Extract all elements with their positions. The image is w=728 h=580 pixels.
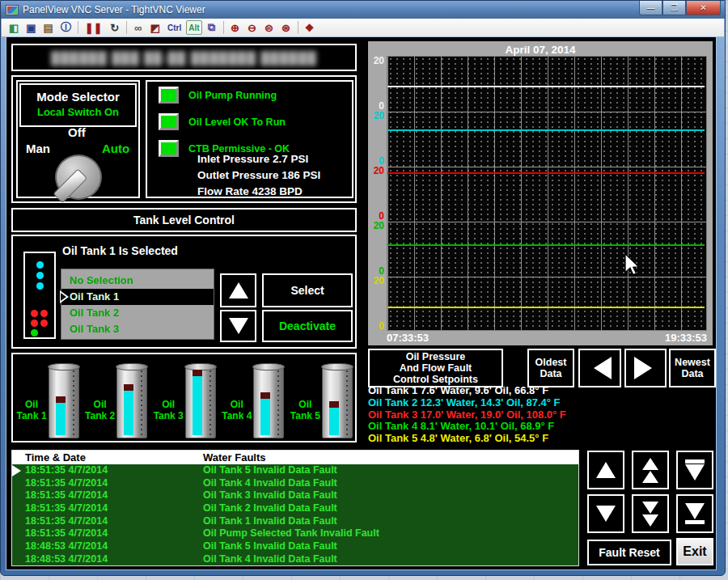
alarm-row[interactable]: 18:48:53 4/7/2014Oil Tank 5 Invalid Data…: [12, 540, 578, 553]
y-axis-max-label: 20: [367, 165, 384, 176]
setpoints-button[interactable]: Oil Pressure And Flow Fault Control Setp…: [368, 349, 503, 387]
alarm-row[interactable]: 18:51:35 4/7/2014Oil Tank 2 Invalid Data…: [12, 502, 578, 515]
tank-select-list[interactable]: No SelectionOil Tank 1Oil Tank 2Oil Tank…: [61, 269, 214, 340]
tank-unit: OilTank 4: [218, 354, 287, 441]
double-up-arrow-icon: [642, 458, 658, 483]
save-session-icon[interactable]: ▣: [23, 20, 38, 35]
list-up-button[interactable]: [220, 273, 256, 307]
tank-label: OilTank 3: [150, 399, 187, 421]
file-transfer-icon[interactable]: ⧉: [205, 20, 219, 35]
alarm-up-button[interactable]: [587, 451, 624, 489]
alarm-down-button[interactable]: [587, 494, 624, 533]
alarm-row[interactable]: 18:51:35 4/7/2014Oil Tank 5 Invalid Data…: [12, 464, 578, 477]
pause-icon[interactable]: ❚❚: [83, 20, 105, 35]
alarm-top-button[interactable]: [676, 451, 713, 489]
alarm-cursor-icon: [12, 465, 27, 476]
connection-info-icon[interactable]: Ⓘ: [58, 20, 74, 35]
fault-reset-button[interactable]: Fault Reset: [587, 540, 671, 565]
alarm-rows[interactable]: 18:51:35 4/7/2014Oil Tank 5 Invalid Data…: [12, 464, 578, 565]
zoom-100-icon[interactable]: ⊜: [262, 20, 277, 35]
tank-oil-cap: [193, 370, 202, 376]
alarm-fault: Oil Tank 5 Invalid Data Fault: [203, 540, 337, 553]
select-button[interactable]: Select: [262, 273, 353, 307]
list-cursor-icon: [60, 290, 75, 303]
mode-label-man: Man: [26, 142, 50, 155]
zoom-out-icon[interactable]: ⊖: [245, 20, 260, 35]
deactivate-button[interactable]: Deactivate: [262, 310, 353, 342]
tank-oil-cap: [56, 396, 66, 403]
oldest-line1: Oldest: [535, 357, 567, 368]
tank-reading-line: Oil Tank 2 12.3' Water, 14.3' Oil, 87.4°…: [368, 397, 716, 409]
left-arrow-icon: [582, 357, 612, 379]
green-led-icon: [159, 87, 179, 104]
trend-pen-line: [387, 86, 705, 87]
setpoints-line1: Oil Pressure: [406, 351, 466, 362]
zoom-auto-icon[interactable]: ⊛: [279, 20, 294, 35]
tank-level-control-panel: Oil Tank 1 Is Selected No SelectionOil T…: [11, 235, 357, 349]
fullscreen-icon[interactable]: ❖: [303, 20, 317, 35]
tank-reading-line: Oil Tank 1 7.6' Water, 9.6' Oil, 66.8° F: [368, 385, 716, 397]
scroll-left-button[interactable]: [578, 349, 621, 387]
alarm-bottom-button[interactable]: [676, 494, 713, 533]
oldest-line2: Data: [540, 368, 561, 379]
toolbar-separator: [223, 21, 224, 34]
alarm-row[interactable]: 18:51:35 4/7/2014Oil Tank 3 Invalid Data…: [12, 489, 578, 502]
maximize-button[interactable]: ❐: [662, 1, 686, 15]
zoom-in-icon[interactable]: ⊕: [228, 20, 243, 35]
tank-oil-cap: [124, 384, 133, 391]
ctrl-alt-del-icon[interactable]: ∞: [131, 20, 146, 35]
tank-rivets: [345, 369, 349, 435]
minimize-button[interactable]: —: [639, 1, 662, 15]
refresh-icon[interactable]: ↻: [108, 20, 122, 35]
mode-selector-status: Local Switch On: [21, 106, 135, 118]
oldest-data-button[interactable]: Oldest Data: [527, 349, 574, 387]
alarm-page-down-button[interactable]: [632, 494, 669, 533]
alarm-row[interactable]: 18:51:35 4/7/2014Oil Pump Selected Tank …: [12, 527, 578, 540]
list-item[interactable]: Oil Tank 1: [61, 289, 214, 305]
up-arrow-icon: [596, 462, 616, 478]
tank-readings: Oil Tank 1 7.6' Water, 9.6' Oil, 66.8° F…: [368, 385, 716, 445]
list-down-button[interactable]: [220, 310, 256, 342]
tank-unit: OilTank 3: [150, 354, 218, 441]
tank-label: OilTank 1: [13, 399, 50, 421]
alarm-page-up-button[interactable]: [632, 451, 669, 489]
alarm-row[interactable]: 18:51:35 4/7/2014Oil Tank 1 Invalid Data…: [12, 515, 578, 528]
tank-graphic: [116, 366, 147, 438]
tank-label: OilTank 4: [218, 399, 256, 421]
band-separator: [387, 167, 706, 167]
newest-line1: Newest: [675, 357, 710, 368]
mode-selector-knob[interactable]: [55, 155, 102, 200]
process-reading: Inlet Pressure 2.7 PSI: [197, 153, 308, 165]
chart-plot-area: [387, 56, 707, 331]
titlebar[interactable]: PanelView VNC Server - TightVNC Viewer: [1, 1, 725, 19]
alarm-fault: Oil Tank 1 Invalid Data Fault: [203, 515, 337, 528]
ctrl-esc-icon[interactable]: ◩: [148, 20, 163, 35]
list-item[interactable]: Oil Tank 3: [61, 321, 214, 337]
tank-oil-cap: [329, 401, 339, 408]
tank-label: OilTank 5: [286, 399, 324, 421]
connection-options-icon[interactable]: ▤: [41, 20, 56, 35]
alarm-list-panel: Time & Date Water Faults 18:51:35 4/7/20…: [11, 450, 579, 566]
list-item[interactable]: Oil Tank 2: [61, 305, 214, 321]
window-controls: — ❐ ✕: [639, 1, 721, 15]
alarm-time: 18:48:53 4/7/2014: [25, 540, 108, 553]
scroll-right-button[interactable]: [624, 349, 667, 387]
tank-liquid-level: [193, 370, 202, 435]
process-reading: Flow Rate 4238 BPD: [197, 185, 303, 197]
ctrl-key-button[interactable]: Ctrl: [165, 20, 184, 35]
list-item[interactable]: No Selection: [61, 273, 214, 289]
tank-reading-line: Oil Tank 3 17.0' Water, 19.0' Oil, 108.0…: [368, 409, 716, 421]
exit-button[interactable]: Exit: [676, 538, 713, 565]
close-button[interactable]: ✕: [686, 1, 721, 15]
alarm-row[interactable]: 18:51:35 4/7/2014Oil Tank 4 Invalid Data…: [12, 477, 578, 490]
newest-data-button[interactable]: Newest Data: [669, 349, 716, 387]
band-separator: [387, 277, 706, 277]
chart-x-axis: 07:33:53 19:33:53: [387, 332, 707, 344]
new-connection-icon[interactable]: ◧: [6, 20, 21, 35]
alarm-fault: Oil Tank 4 Invalid Data Fault: [203, 553, 337, 566]
green-led-icon: [159, 113, 179, 130]
alt-key-button[interactable]: Alt: [186, 20, 201, 35]
alarm-row[interactable]: 18:48:53 4/7/2014Oil Tank 4 Invalid Data…: [12, 553, 578, 566]
y-axis-min-label: 0: [367, 320, 384, 332]
alarm-fault: Oil Tank 3 Invalid Data Fault: [203, 489, 337, 502]
